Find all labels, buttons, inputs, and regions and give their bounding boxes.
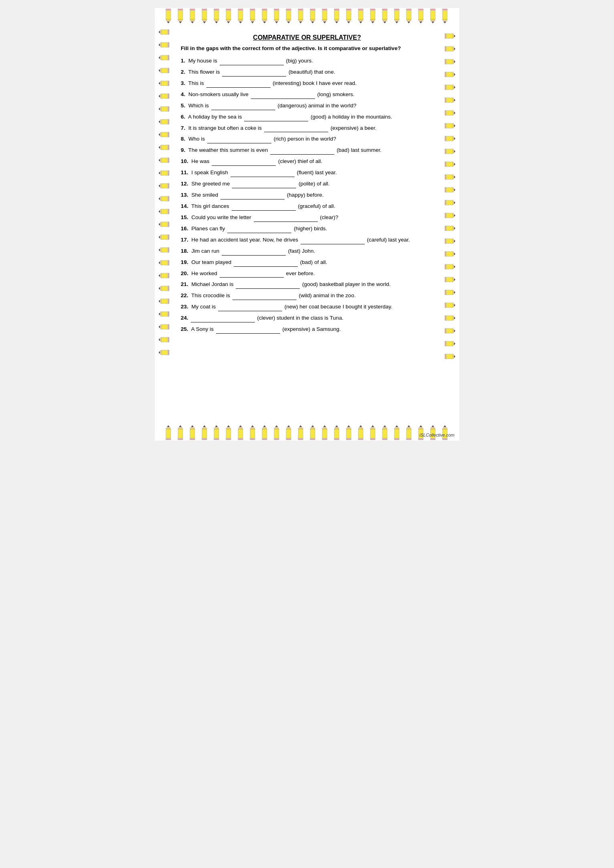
svg-rect-469 (446, 341, 453, 346)
svg-marker-150 (420, 22, 422, 23)
svg-marker-31 (215, 22, 218, 23)
border-left (157, 28, 172, 421)
svg-rect-169 (161, 30, 168, 34)
svg-rect-377 (446, 136, 447, 141)
exercise-number: 22. (181, 292, 188, 298)
svg-rect-521 (226, 438, 231, 439)
svg-marker-560 (299, 425, 302, 427)
svg-rect-197 (168, 81, 168, 86)
svg-rect-277 (161, 260, 168, 265)
svg-rect-112 (358, 10, 363, 20)
exercise-number: 4. (181, 91, 185, 97)
answer-blank (227, 233, 291, 233)
exercise-hint: (beautiful) (287, 69, 314, 75)
svg-marker-108 (347, 22, 350, 23)
svg-marker-213 (159, 121, 160, 123)
exercise-hint: (new) (283, 304, 299, 310)
exercise-text-before: Jim can run (190, 248, 221, 254)
svg-rect-397 (446, 187, 453, 192)
exercise-text-before: He was (190, 158, 211, 164)
svg-rect-84 (310, 10, 315, 20)
svg-rect-221 (168, 132, 168, 137)
svg-rect-76 (286, 10, 291, 11)
worksheet-page: COMPARATIVE OR SUPERLATIVE? Fill in the … (155, 8, 459, 441)
exercise-text-after: of all. (322, 203, 335, 209)
exercise-text-after: of all. (317, 181, 329, 187)
svg-rect-647 (442, 438, 447, 439)
svg-rect-501 (202, 429, 207, 439)
svg-marker-201 (159, 95, 160, 97)
svg-rect-34 (214, 10, 219, 11)
svg-marker-567 (311, 425, 314, 427)
svg-rect-289 (161, 286, 168, 291)
exercise-text-before: He had an accident last year. Now, he dr… (190, 237, 300, 243)
exercise-hint: (expensive) (329, 125, 360, 131)
exercise-text-after: person in the world? (287, 136, 336, 142)
svg-marker-369 (454, 125, 455, 127)
exercise-hint: (clever) (277, 158, 298, 164)
exercise-text-before: A holiday by the sea is (187, 114, 243, 120)
svg-marker-183 (159, 56, 160, 59)
svg-rect-507 (202, 438, 207, 439)
exercise-text-after: smokers. (333, 91, 355, 97)
svg-rect-209 (168, 107, 168, 111)
exercise-item: 22. This crocodile is (wild) animal in t… (181, 292, 433, 300)
exercise-text-after: a beer. (360, 125, 376, 131)
exercise-item: 13. She smiled (happy) before. (181, 191, 433, 199)
svg-rect-139 (394, 10, 399, 11)
exercise-text-after: birds. (314, 226, 327, 232)
svg-marker-231 (159, 159, 160, 161)
svg-marker-630 (420, 425, 422, 427)
svg-rect-28 (214, 10, 219, 20)
exercise-number: 25. (181, 326, 188, 332)
svg-rect-311 (168, 324, 168, 329)
svg-marker-490 (179, 425, 182, 427)
answer-blank (216, 333, 280, 334)
exercise-item: 2. This flower is (beautiful) that one. (181, 68, 433, 77)
answer-blank (207, 143, 271, 143)
exercise-text-before: Who is (187, 136, 206, 142)
svg-marker-24 (203, 22, 206, 23)
exercise-number: 8. (181, 136, 185, 142)
svg-marker-45 (239, 22, 242, 23)
svg-rect-640 (430, 438, 435, 439)
exercise-text-before: This girl dances (190, 203, 231, 209)
exercise-text-before: This flower is (187, 69, 221, 75)
exercise-item: 15. Could you write the letter (clear)? (181, 213, 433, 222)
exercise-text-before: Could you write the letter (190, 214, 253, 220)
svg-rect-606 (382, 429, 387, 439)
svg-rect-154 (430, 10, 435, 20)
svg-rect-187 (161, 68, 168, 73)
svg-rect-536 (262, 429, 267, 439)
answer-blank (244, 121, 308, 121)
answer-blank (220, 199, 285, 199)
svg-rect-371 (446, 123, 447, 128)
svg-rect-269 (168, 235, 168, 240)
exercise-hint: (good) (309, 114, 328, 120)
exercise-text-before: Non-smokers usually live (187, 91, 250, 97)
svg-rect-251 (168, 196, 168, 201)
svg-marker-59 (263, 22, 266, 23)
svg-marker-195 (159, 82, 160, 85)
svg-rect-265 (161, 235, 168, 240)
exercise-item: 8. Who is (rich) person in the world? (181, 135, 433, 143)
svg-marker-207 (159, 108, 160, 110)
border-top (155, 8, 459, 23)
svg-rect-571 (322, 429, 327, 439)
svg-rect-125 (370, 10, 375, 11)
answer-blank (236, 288, 300, 289)
svg-rect-431 (446, 252, 447, 256)
answer-blank (301, 244, 365, 244)
exercise-text-before: Planes can fly (190, 226, 227, 232)
svg-rect-283 (161, 273, 168, 278)
svg-rect-91 (322, 10, 327, 20)
svg-marker-616 (396, 425, 398, 427)
exercise-number: 23. (181, 304, 188, 310)
svg-rect-287 (168, 273, 168, 278)
exercise-item: 11. I speak English (fluent) last year. (181, 169, 433, 177)
svg-rect-612 (382, 438, 387, 439)
svg-marker-66 (275, 22, 278, 23)
exercise-text-before: The weather this summer is even (187, 147, 269, 153)
svg-rect-585 (346, 429, 351, 439)
answer-blank (254, 222, 318, 222)
